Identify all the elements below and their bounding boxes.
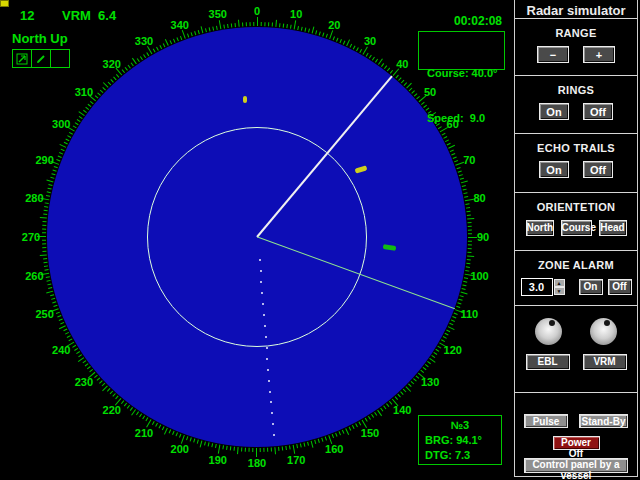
compass-tick	[312, 26, 315, 33]
trail-dot	[264, 325, 266, 327]
range-increase-button[interactable]: +	[583, 46, 615, 63]
orientation-head-button[interactable]: Head	[599, 220, 627, 236]
compass-tick	[43, 258, 47, 259]
compass-tick	[437, 346, 441, 349]
zone-alarm-down-button[interactable]: ▼	[554, 287, 565, 295]
compass-tick	[467, 215, 471, 216]
compass-tick	[179, 434, 181, 438]
compass-tick	[42, 240, 46, 241]
compass-tick	[274, 447, 276, 454]
compass-tick	[403, 389, 406, 393]
compass-tick	[443, 336, 447, 339]
compass-degree-label: 40	[396, 58, 408, 70]
compass-tick	[261, 22, 262, 26]
zone-alarm-value[interactable]: 3.0	[521, 278, 553, 296]
compass-tick	[79, 116, 83, 119]
vessel-control-panel-button[interactable]: Control panel by a vessel	[524, 458, 628, 473]
compass-tick	[190, 437, 192, 441]
compass-tick	[227, 24, 229, 28]
compass-degree-label: 350	[209, 8, 227, 20]
compass-degree-label: 330	[135, 35, 153, 47]
rings-on-button[interactable]: On	[539, 103, 569, 120]
compass-tick	[56, 159, 60, 161]
compass-tick	[356, 47, 359, 51]
compass-tick	[48, 287, 52, 289]
vrm-tool-button[interactable]	[31, 49, 51, 68]
compass-degree-label: 130	[421, 376, 439, 388]
compass-tick	[51, 298, 55, 300]
compass-tick	[466, 207, 470, 209]
arrow-box-icon	[16, 53, 28, 65]
compass-degree-label: 320	[103, 58, 121, 70]
compass-tick	[301, 27, 303, 31]
compass-degree-label: 200	[171, 443, 189, 455]
compass-degree-label: 280	[25, 192, 43, 204]
compass-tick	[458, 299, 462, 301]
power-off-button[interactable]: Power Off	[553, 436, 600, 450]
pencil-icon	[35, 53, 47, 65]
compass-tick	[457, 167, 461, 169]
compass-tick	[48, 188, 52, 190]
compass-tick	[46, 195, 50, 197]
compass-tick	[427, 361, 431, 364]
compass-tick	[42, 247, 46, 248]
compass-tick	[263, 448, 264, 452]
compass-tick	[368, 416, 371, 420]
compass-tick	[431, 355, 435, 358]
compass-degree-label: 150	[361, 427, 379, 439]
compass-tick	[42, 228, 46, 229]
compass-tick	[43, 214, 47, 215]
orientation-north-button[interactable]: North	[526, 220, 554, 236]
compass-tick	[293, 445, 296, 454]
zone-alarm-up-button[interactable]: ▲	[554, 279, 565, 287]
echo-trails-on-button[interactable]: On	[539, 161, 569, 178]
range-decrease-button[interactable]: −	[537, 46, 569, 63]
compass-tick	[45, 202, 49, 204]
compass-tick	[82, 360, 86, 363]
pulse-button[interactable]: Pulse	[524, 414, 568, 428]
compass-tick	[42, 243, 46, 244]
ebl-button[interactable]: EBL	[526, 354, 570, 370]
compass-tick	[186, 436, 188, 440]
compass-tick	[89, 369, 93, 372]
compass-tick	[359, 49, 362, 53]
echo-trails-off-button[interactable]: Off	[583, 161, 613, 178]
compass-tick	[464, 277, 468, 279]
echo-blip	[243, 96, 247, 103]
compass-tick	[51, 173, 55, 175]
compass-tick	[142, 415, 145, 419]
standby-button[interactable]: Stand-By	[579, 414, 628, 428]
compass-tick	[83, 110, 87, 113]
compass-tick	[395, 75, 398, 79]
empty-tool-cell[interactable]	[50, 49, 70, 68]
compass-tick	[468, 226, 472, 227]
compass-tick	[198, 30, 200, 34]
compass-tick	[180, 36, 182, 40]
compass-tick	[461, 292, 468, 295]
compass-tick	[249, 22, 250, 26]
compass-tick	[107, 388, 110, 392]
radar-display[interactable]: 0102030405060708090100110120130140150160…	[0, 0, 514, 480]
vrm-knob[interactable]	[590, 318, 617, 345]
compass-tick	[208, 442, 210, 446]
compass-tick	[122, 69, 125, 73]
ebl-tool-button[interactable]	[12, 49, 32, 68]
compass-degree-label: 240	[52, 344, 70, 356]
vrm-button[interactable]: VRM	[583, 354, 627, 370]
trail-dot	[269, 391, 271, 393]
orientation-course-button[interactable]: Course	[561, 220, 592, 236]
compass-tick	[448, 326, 455, 330]
compass-tick	[237, 447, 239, 454]
compass-degree-label: 180	[248, 457, 266, 469]
zone-alarm-off-button[interactable]: Off	[608, 279, 632, 295]
compass-tick	[290, 25, 292, 29]
compass-tick	[400, 391, 403, 395]
compass-tick	[319, 31, 321, 35]
compass-tick	[65, 139, 69, 142]
compass-tick	[156, 47, 159, 51]
rings-off-button[interactable]: Off	[583, 103, 613, 120]
compass-tick	[67, 335, 71, 338]
compass-tick	[46, 276, 50, 278]
ebl-knob[interactable]	[535, 318, 562, 345]
zone-alarm-on-button[interactable]: On	[579, 279, 603, 295]
